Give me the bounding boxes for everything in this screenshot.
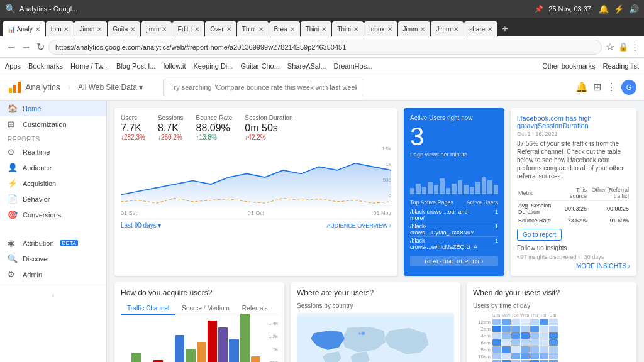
tab-thini2[interactable]: Thini✕ [301, 21, 332, 36]
ga-property[interactable]: All Web Site Data ▾ [78, 83, 143, 92]
new-tab-button[interactable]: + [498, 21, 511, 36]
notifications-icon[interactable]: 🔔 [575, 81, 588, 93]
go-to-report-button[interactable]: Go to report [517, 229, 562, 241]
bookmark-bookmarks[interactable]: Bookmarks [28, 62, 63, 70]
tab-jimm1[interactable]: Jimm✕ [74, 21, 107, 36]
bookmark-blog[interactable]: Blog Post I... [116, 62, 155, 70]
insight-row-2: Bounce Rate 73.62% 91.60% [517, 216, 630, 225]
world-map-svg [297, 313, 454, 362]
svg-rect-0 [9, 88, 12, 93]
acquisition-tabs: Traffic Channel Source / Medium Referral… [121, 302, 278, 315]
page-title: Analytics - Googl... [19, 5, 535, 13]
acquisition-title: How do you acquire users? [121, 288, 278, 297]
bookmark-share[interactable]: ShareASal... [287, 62, 326, 70]
location-card: Where are your users? Sessions by countr… [291, 282, 460, 362]
sidebar-item-home[interactable]: 🏠 Home [0, 101, 106, 116]
tab-traffic-channel[interactable]: Traffic Channel [121, 302, 175, 315]
duration-label: Session Duration [245, 114, 292, 121]
heatmap-row: 2am [473, 326, 630, 332]
tab-tom[interactable]: tom✕ [46, 21, 74, 36]
heatmap-day-label: Thu [530, 313, 538, 317]
tab-jimm3[interactable]: Jimm✕ [398, 21, 431, 36]
heatmap-cell [492, 326, 501, 332]
back-button[interactable]: ← [5, 40, 18, 54]
acquisition-card: How do you acquire users? Traffic Channe… [114, 282, 284, 362]
heatmap-cell [549, 332, 558, 339]
duration-change: ↓42.2% [245, 134, 292, 141]
acquisition-icon: ⚡ [8, 178, 18, 188]
heatmap-day-label: Sat [548, 313, 557, 317]
title-time: 25 Nov, 03:37 [548, 5, 591, 13]
tab-edit[interactable]: Edit t✕ [172, 21, 204, 36]
acquisition-bar [218, 327, 228, 362]
bookmark-keeping[interactable]: Keeping Di... [194, 62, 233, 70]
realtime-page-row-3: /black-crows-...evhIcMaZEQrU_A 1 [410, 237, 498, 251]
tab-guita[interactable]: Guita✕ [108, 21, 140, 36]
audience-overview-link[interactable]: AUDIENCE OVERVIEW › [326, 222, 391, 229]
user-avatar[interactable]: G [621, 80, 636, 95]
realtime-number: 3 [410, 124, 498, 149]
users-change: ↓282.3% [121, 134, 145, 141]
window-controls[interactable]: 🔔⚡🔊 [599, 4, 639, 14]
sidebar-item-realtime[interactable]: ⊙ Realtime [0, 144, 106, 160]
heatmap-cell [521, 326, 530, 332]
sidebar-item-discover[interactable]: 🔍 Discover [0, 251, 106, 266]
sidebar-item-audience[interactable]: 👤 Audience [0, 160, 106, 175]
account-icon[interactable]: ⋮ [606, 81, 616, 93]
tab-brea[interactable]: Brea✕ [269, 21, 300, 36]
bookmark-dream[interactable]: DreamHos... [334, 62, 373, 70]
sidebar-item-acquisition[interactable]: ⚡ Acquisition [0, 175, 106, 191]
bookmark-apps[interactable]: Apps [5, 62, 21, 70]
sidebar-realtime-label: Realtime [23, 148, 50, 156]
other-bookmarks[interactable]: Other bookmarks [542, 62, 595, 70]
tab-thini1[interactable]: Thini✕ [237, 21, 269, 36]
insight-text: 87.56% of your site traffic is from the … [517, 140, 630, 180]
bookmark-follow[interactable]: follow.it [163, 62, 186, 70]
stats-timerange[interactable]: Last 90 days ▾ [121, 222, 161, 229]
sidebar-collapse-btn[interactable]: ‹ [0, 290, 106, 301]
heatmap-cell [521, 353, 530, 359]
realtime-report-link[interactable]: REAL-TIME REPORT › [410, 256, 498, 266]
tab-inbox[interactable]: Inbox✕ [364, 21, 397, 36]
tab-jimm4[interactable]: Jimm✕ [431, 21, 464, 36]
behavior-icon: 📄 [8, 194, 18, 204]
heatmap-day-label: Tue [511, 313, 519, 317]
heatmap-cell [511, 332, 520, 339]
bookmark-home[interactable]: Home / Tw... [70, 62, 109, 70]
sidebar-item-admin[interactable]: ⚙ Admin [0, 266, 106, 282]
tab-share[interactable]: share✕ [464, 21, 497, 36]
acquisition-bar [240, 314, 250, 362]
time-of-day-title: When do your users visit? [473, 288, 630, 297]
apps-icon[interactable]: ⊞ [593, 81, 601, 93]
sessions-label: Sessions [158, 114, 184, 121]
attribution-icon: ◉ [8, 238, 18, 248]
more-insights-link[interactable]: MORE INSIGHTS › [517, 263, 630, 270]
stat-duration: Session Duration 0m 50s ↓42.2% [245, 114, 292, 141]
tab-source-medium[interactable]: Source / Medium [175, 302, 236, 315]
bookmark-guitar[interactable]: Guitar Cho... [240, 62, 279, 70]
address-bar[interactable] [48, 40, 602, 55]
tab-analytics[interactable]: 📊 Analy ✕ [3, 21, 45, 36]
ga-search-input[interactable] [163, 79, 364, 96]
tab-thini3[interactable]: Thini✕ [332, 21, 364, 36]
sidebar-item-customization[interactable]: ⊞ Customization [0, 116, 106, 132]
sidebar-item-conversions[interactable]: 🎯 Conversions [0, 207, 106, 222]
heatmap-hour-label: 10am [473, 354, 491, 359]
heatmap-cell [530, 346, 539, 353]
sidebar-item-behavior[interactable]: 📄 Behavior [0, 191, 106, 207]
refresh-button[interactable]: ↻ [35, 40, 46, 54]
heatmap-cell [502, 346, 511, 353]
realtime-bar [458, 180, 462, 195]
heatmap-cell [511, 346, 520, 353]
reading-list[interactable]: Reading list [603, 62, 639, 70]
sidebar: 🏠 Home ⊞ Customization REPORTS ⊙ Realtim… [0, 101, 107, 362]
insight-domain: l.facebook.com has high ga:avgSessionDur… [517, 114, 630, 129]
bookmark-button[interactable]: ☆ [604, 40, 616, 54]
tab-jimm2[interactable]: jimm✕ [141, 21, 172, 36]
main-content: Users 7.7K ↓282.3% Sessions 8.7K ↓260.2%… [107, 101, 644, 362]
forward-button[interactable]: → [20, 40, 33, 54]
acquisition-chart: 1.4k 1.2k 1k 800 600 400 Sep Oct Nov [121, 321, 278, 362]
bookmarks-bar: Apps Bookmarks Home / Tw... Blog Post I.… [0, 58, 644, 74]
sidebar-item-attribution[interactable]: ◉ Attribution BETA [0, 235, 106, 251]
tab-over[interactable]: Over✕ [205, 21, 236, 36]
